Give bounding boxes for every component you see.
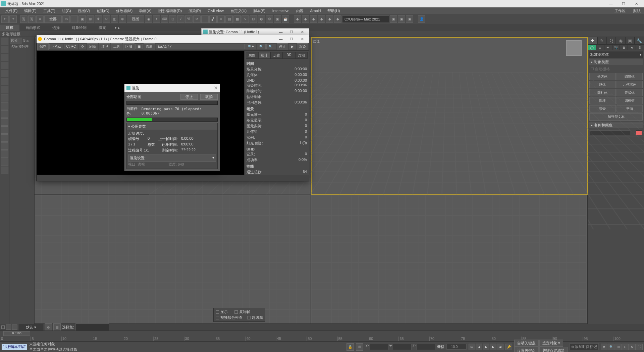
render-setup-button[interactable]: ⚙ — [266, 15, 273, 23]
play-button[interactable]: ▶ — [483, 344, 489, 350]
align-button[interactable]: ≡ — [217, 15, 225, 23]
signin-button[interactable]: 👤 — [418, 15, 425, 23]
corona-btn6[interactable]: ◆ — [334, 15, 341, 23]
cmd-tab-display[interactable]: ▣ — [625, 37, 635, 44]
selection-filter[interactable]: 全部 — [44, 15, 62, 23]
se-btn-8[interactable] — [1, 94, 8, 101]
chk-superblack[interactable] — [247, 316, 251, 319]
viewport-front[interactable] — [34, 195, 311, 324]
vfb-select-icon[interactable]: ▣ — [135, 44, 143, 49]
select-name-button[interactable]: ☰ — [70, 15, 78, 23]
ribbon-tab-objectpaint[interactable]: 对象绘制 — [66, 25, 93, 31]
time-slider-knob[interactable]: 0 / 100 — [3, 331, 30, 336]
vfb-titlebar[interactable]: Corona 11 (Hotfix 1) | 640x480px (1:1) |… — [37, 35, 309, 43]
rprog-stop-button[interactable]: 停止 — [180, 94, 198, 100]
undo-button[interactable]: ↶ — [1, 15, 9, 23]
keymode-button[interactable]: 🔑 — [505, 344, 512, 350]
corona-btn5[interactable]: ◆ — [326, 15, 333, 23]
maxscript-listener[interactable]: "执行脚本完毕" — [1, 344, 27, 350]
layer-button[interactable]: ▤ — [225, 15, 233, 23]
cmd-sub-cameras[interactable]: 📷 — [612, 44, 620, 50]
ribbon-expand[interactable]: ▾ ▴ — [112, 25, 122, 31]
cmd-sub-helpers[interactable]: ⊕ — [620, 44, 628, 50]
link-button[interactable]: ⛓ — [20, 15, 28, 23]
se-btn-1[interactable] — [1, 38, 8, 45]
snap-toggle[interactable]: ⊡ — [169, 15, 176, 23]
bind-button[interactable]: ≋ — [36, 15, 44, 23]
ribbon-tab-populate[interactable]: 填充 — [93, 25, 112, 31]
se-btn-11[interactable] — [1, 118, 8, 126]
maximize-button[interactable]: ☐ — [617, 2, 630, 6]
menu-group[interactable]: 组(G) — [59, 8, 74, 14]
vplayout-1[interactable] — [6, 324, 11, 330]
close-button[interactable]: ✕ — [630, 2, 643, 6]
vfb-refresh[interactable]: 刷新 — [87, 43, 98, 50]
cmd-sub-shapes[interactable]: ◇ — [596, 44, 604, 50]
se-btn-10[interactable] — [1, 110, 8, 118]
rprog-render-settings[interactable]: 渲染设置:▾ — [128, 155, 216, 162]
se-btn-5[interactable] — [1, 70, 8, 77]
select-object-button[interactable]: ▭ — [62, 15, 70, 23]
ref-coord-system[interactable]: 视图 — [127, 15, 144, 23]
se-column-name[interactable]: 名称(按升序 — [10, 44, 33, 50]
path-btn2[interactable]: ▣ — [398, 15, 405, 23]
se-btn-7[interactable] — [1, 86, 8, 93]
viewport-perspective[interactable]: 处理 ] — [311, 37, 588, 195]
menu-modifiers[interactable]: 修改器(M) — [113, 8, 136, 14]
scale-button[interactable]: ◫ — [111, 15, 118, 23]
window-crossing-button[interactable]: ⊞ — [87, 15, 94, 23]
se-btn-6[interactable] — [1, 78, 8, 85]
btn-box[interactable]: 长方体 — [589, 73, 616, 80]
manipulate-button[interactable]: ✦ — [153, 15, 160, 23]
redo-button[interactable]: ↷ — [9, 15, 17, 23]
vplayout-2[interactable] — [12, 324, 17, 330]
viewport-left[interactable] — [311, 195, 588, 324]
cmd-sub-lights[interactable]: ☀ — [604, 44, 612, 50]
cmd-sub-systems[interactable]: ⚙ — [636, 44, 644, 50]
selset-input[interactable] — [75, 323, 109, 331]
add-time-tag[interactable]: ⊕ 添加时间标记 — [570, 343, 599, 350]
vfb-render[interactable]: 渲染 — [297, 43, 308, 50]
minimize-button[interactable]: — — [604, 2, 617, 6]
menu-scripting[interactable]: 脚本(S) — [250, 8, 269, 14]
btn-tube[interactable]: 管状体 — [616, 89, 643, 96]
selset-button[interactable]: ☰ — [53, 323, 61, 331]
se-btn-3[interactable] — [1, 54, 8, 61]
menu-tools[interactable]: 工具(T) — [40, 8, 59, 14]
render-frame-button[interactable]: ▣ — [274, 15, 281, 23]
named-sel-button[interactable]: ☲ — [201, 15, 209, 23]
menu-civilview[interactable]: Civil View — [204, 8, 227, 13]
se-btn-4[interactable] — [1, 62, 8, 69]
nav-orbit-button[interactable]: ↻ — [629, 344, 636, 350]
menu-help[interactable]: 帮助(H) — [324, 8, 343, 14]
corona-btn2[interactable]: ◆ — [302, 15, 309, 23]
select-rect-button[interactable]: ▣ — [78, 15, 86, 23]
nav-fov-button[interactable]: ◫ — [615, 344, 622, 350]
move-button[interactable]: ✥ — [95, 15, 102, 23]
cmd-sub-geometry[interactable]: ◯ — [588, 44, 596, 50]
cmd-sub-spacewarps[interactable]: ≋ — [628, 44, 636, 50]
vfb-zoom-out[interactable]: 🔍- — [266, 44, 276, 49]
menu-view[interactable]: 视图(V) — [74, 8, 94, 14]
menu-content[interactable]: 内容 — [293, 8, 307, 14]
vfb-tools[interactable]: 工具 — [111, 43, 122, 50]
angle-snap-button[interactable]: ∠ — [177, 15, 184, 23]
selected-filter[interactable]: 选定对象 ▾ — [539, 340, 563, 347]
path-btn3[interactable]: ▣ — [406, 15, 413, 23]
menu-file[interactable]: 文件(F) — [2, 8, 21, 14]
se-btn-17[interactable] — [1, 167, 8, 174]
se-tab-display[interactable]: 显示 — [22, 38, 34, 44]
btn-cone[interactable]: 圆锥体 — [616, 73, 643, 80]
rs-minimize[interactable]: — — [275, 30, 286, 34]
vfb-close[interactable]: ✕ — [297, 37, 308, 41]
vfb-play-icon[interactable]: ▶ — [289, 44, 296, 49]
vfb-minimize[interactable]: — — [275, 37, 286, 41]
isolate-button[interactable]: ⊙ — [45, 323, 52, 331]
se-btn-9[interactable] — [1, 102, 8, 109]
vfb-tab-props[interactable]: 属性 — [246, 52, 258, 59]
trackbar-expand-icon[interactable] — [1, 325, 5, 329]
vfb-tab-dr[interactable]: DR — [283, 52, 295, 59]
vfb-ctrlc[interactable]: Ctrl+C — [64, 44, 78, 49]
vfb-zoom-in[interactable]: 🔍+ — [246, 44, 256, 49]
cmd-tab-motion[interactable]: ◉ — [616, 37, 625, 44]
